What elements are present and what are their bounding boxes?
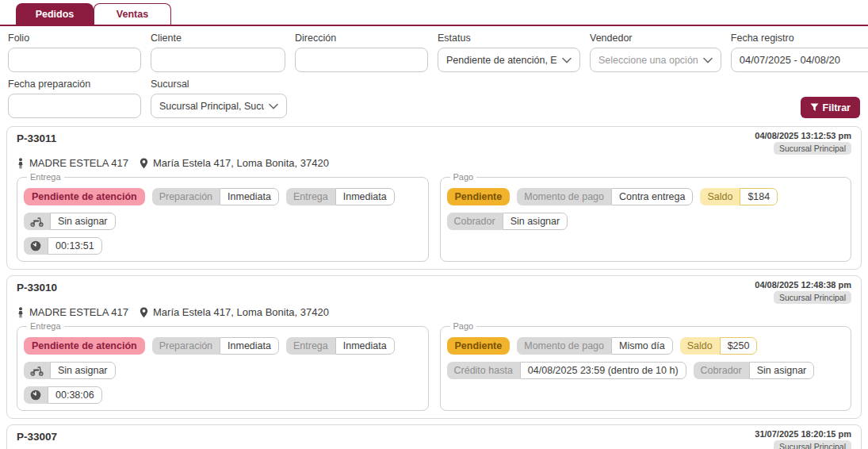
direccion-label: Dirección [295, 33, 428, 44]
chip-label: Saldo [700, 188, 740, 205]
estatus-value: Pendiente de atención, En a [446, 55, 557, 66]
chevron-down-icon [703, 57, 713, 63]
status-pill: Pendiente [447, 337, 510, 355]
chip-label: Preparación [152, 188, 220, 205]
tab-ventas[interactable]: Ventas [94, 3, 171, 25]
chip-label: Entrega [286, 188, 335, 205]
chip-label: Saldo [680, 337, 720, 355]
customer-address: María Estela 417, Loma Bonita, 37420 [153, 306, 329, 318]
clock-icon [24, 386, 48, 404]
chip-value: Sin asignar [503, 213, 568, 230]
chip-row: Crédito hasta04/08/2025 23:59 (dentro de… [447, 362, 845, 379]
order-card[interactable]: P-33007 31/07/2025 18:20:15 pm Sucursal … [6, 424, 862, 449]
status-pill: Pendiente [447, 188, 510, 205]
filter-button[interactable]: Filtrar [801, 97, 860, 118]
estatus-select[interactable]: Pendiente de atención, En a [438, 48, 580, 72]
chip-row: Pendiente de atenciónPreparaciónInmediat… [24, 337, 422, 379]
branch-badge: Sucursal Principal [774, 291, 851, 304]
pago-legend: Pago [450, 321, 477, 331]
folio-input[interactable] [8, 48, 141, 72]
pago-section: Pago PendienteMomento de pagoMismo díaSa… [440, 321, 852, 411]
chip-row: 00:13:51 [24, 237, 422, 255]
order-card[interactable]: P-33011 04/08/2025 13:12:53 pm Sucursal … [6, 126, 862, 270]
chip-value: Inmediata [220, 337, 279, 355]
filter-button-label: Filtrar [823, 102, 851, 113]
funnel-icon [810, 103, 819, 112]
folio-label: Folio [8, 33, 141, 44]
label-value-chip: CobradorSin asignar [447, 213, 568, 230]
order-registered-datetime: 31/07/2025 18:20:15 pm [755, 429, 851, 439]
chip-value: Sin asignar [749, 362, 815, 379]
label-value-chip: Momento de pagoMismo día [517, 337, 672, 355]
person-icon [17, 158, 25, 169]
estatus-label: Estatus [438, 33, 580, 44]
location-pin-icon [140, 307, 148, 318]
fecha-preparacion-label: Fecha preparación [8, 79, 141, 90]
chip-row: PendienteMomento de pagoContra entregaSa… [447, 188, 845, 230]
vendedor-label: Vendedor [590, 33, 721, 44]
order-list: P-33011 04/08/2025 13:12:53 pm Sucursal … [0, 125, 868, 449]
customer-name: MADRE ESTELA 417 [29, 157, 128, 169]
pago-rows: PendienteMomento de pagoContra entregaSa… [447, 188, 845, 230]
label-value-chip: EntregaInmediata [286, 188, 395, 205]
cliente-input[interactable] [151, 48, 285, 72]
icon-value-chip: Sin asignar [24, 362, 116, 379]
chevron-down-icon [269, 103, 278, 109]
icon-value-chip: 00:38:06 [24, 386, 102, 404]
customer-address: María Estela 417, Loma Bonita, 37420 [153, 157, 329, 169]
label-value-chip: Crédito hasta04/08/2025 23:59 (dentro de… [447, 362, 686, 379]
status-pill: Pendiente de atención [24, 188, 145, 205]
fecha-preparacion-input[interactable] [8, 94, 141, 118]
chip-row: 00:38:06 [24, 386, 422, 404]
chip-row: PendienteMomento de pagoMismo díaSaldo$2… [447, 337, 845, 355]
tab-pedidos[interactable]: Pedidos [16, 3, 94, 25]
fecha-registro-input[interactable] [731, 48, 868, 72]
location-pin-icon [140, 158, 148, 169]
customer-name: MADRE ESTELA 417 [29, 306, 128, 318]
chip-value: Inmediata [335, 337, 395, 355]
chip-value: Mismo día [611, 337, 673, 355]
tab-bar: Pedidos Ventas [0, 0, 868, 26]
chip-value: $250 [720, 337, 758, 355]
sucursal-select[interactable]: Sucursal Principal, Sucursal [151, 94, 287, 118]
scooter-icon [24, 362, 50, 379]
vendedor-select[interactable]: Seleccione una opción [590, 48, 721, 72]
label-value-chip: Momento de pagoContra entrega [517, 188, 693, 205]
chip-label: Crédito hasta [447, 362, 520, 379]
chip-value: $184 [740, 188, 778, 205]
sucursal-label: Sucursal [151, 79, 287, 90]
chip-label: Cobrador [694, 362, 749, 379]
pago-rows: PendienteMomento de pagoMismo díaSaldo$2… [447, 337, 845, 379]
direccion-input[interactable] [295, 48, 428, 72]
chip-value: Sin asignar [50, 362, 116, 379]
chip-value: Contra entrega [611, 188, 693, 205]
order-card[interactable]: P-33010 04/08/2025 12:48:38 pm Sucursal … [6, 275, 862, 419]
chip-value: Inmediata [335, 188, 395, 205]
chip-value: 00:13:51 [48, 237, 102, 255]
vendedor-placeholder: Seleccione una opción [598, 55, 698, 66]
order-folio: P-33011 [17, 131, 56, 144]
chip-value: 04/08/2025 23:59 (dentro de 10 h) [520, 362, 686, 379]
entrega-rows: Pendiente de atenciónPreparaciónInmediat… [24, 188, 422, 255]
chip-label: Momento de pago [517, 188, 611, 205]
order-folio: P-33007 [17, 429, 57, 443]
label-value-chip: Saldo$250 [680, 337, 758, 355]
chip-value: Sin asignar [50, 213, 116, 230]
chip-row: Pendiente de atenciónPreparaciónInmediat… [24, 188, 422, 230]
entrega-section: Entrega Pendiente de atenciónPreparación… [17, 172, 429, 262]
person-icon [17, 307, 25, 318]
clock-icon [24, 237, 48, 255]
order-folio: P-33010 [17, 280, 57, 294]
chip-value: Inmediata [220, 188, 279, 205]
status-pill: Pendiente de atención [24, 337, 145, 355]
chevron-down-icon [562, 57, 572, 63]
icon-value-chip: Sin asignar [24, 213, 116, 230]
label-value-chip: EntregaInmediata [286, 337, 395, 355]
entrega-legend: Entrega [27, 321, 64, 331]
entrega-legend: Entrega [27, 172, 64, 182]
entrega-section: Entrega Pendiente de atenciónPreparación… [17, 321, 429, 411]
icon-value-chip: 00:13:51 [24, 237, 102, 255]
scooter-icon [24, 213, 50, 230]
label-value-chip: Saldo$184 [700, 188, 778, 205]
branch-badge: Sucursal Principal [774, 142, 851, 155]
